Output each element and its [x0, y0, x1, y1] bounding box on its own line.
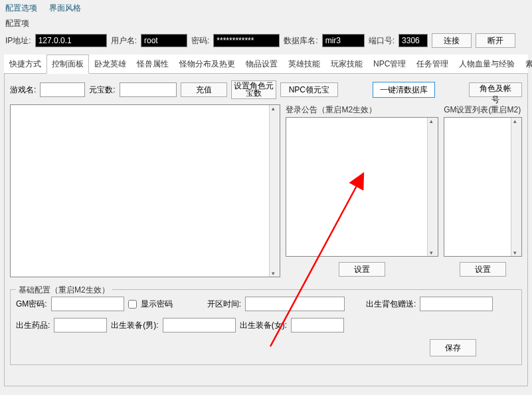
- user-label: 用户名:: [111, 35, 137, 47]
- basic-config-fieldset: 基础配置（重启M2生效） GM密码: 显示密码 开区时间: 出生背包赠送: 出生…: [10, 289, 522, 365]
- tab-9[interactable]: 任务管理: [411, 55, 454, 73]
- pass-input[interactable]: [213, 34, 280, 47]
- ip-label: IP地址:: [5, 35, 31, 47]
- tab-3[interactable]: 怪兽属性: [132, 55, 174, 73]
- game-name-input[interactable]: [40, 82, 85, 97]
- birth-equip-m-input[interactable]: [163, 318, 236, 332]
- tab-11[interactable]: 素材热更: [520, 55, 532, 73]
- ip-input[interactable]: [35, 34, 107, 47]
- scrollbar[interactable]: [427, 118, 438, 256]
- tab-1[interactable]: 控制面板: [46, 55, 89, 74]
- user-input[interactable]: [141, 34, 187, 47]
- gm-list-textarea[interactable]: [444, 117, 522, 257]
- scrollbar[interactable]: [269, 105, 280, 277]
- db-input[interactable]: [322, 34, 365, 47]
- pass-label: 密码:: [191, 35, 209, 47]
- npc-get-gold-button[interactable]: NPC领元宝: [280, 82, 338, 97]
- open-time-label: 开区时间:: [207, 299, 241, 310]
- gm-pass-input[interactable]: [51, 297, 124, 311]
- gold-input[interactable]: [120, 82, 177, 97]
- control-panel: 游戏名: 元宝数: 充值 设置角色元 宝数 NPC领元宝 一键清数据库 角色及帐…: [4, 74, 528, 386]
- connect-button[interactable]: 连接: [432, 33, 472, 48]
- menubar: 配置选项 界面风格: [0, 0, 532, 17]
- birth-bag-input[interactable]: [420, 297, 493, 311]
- game-name-label: 游戏名:: [10, 84, 36, 96]
- birth-drug-input[interactable]: [54, 318, 107, 332]
- scrollbar[interactable]: [511, 118, 521, 256]
- port-label: 端口号:: [369, 35, 395, 47]
- tab-bar: 快捷方式控制面板卧龙英雄怪兽属性怪物分布及热更物品设置英雄技能玩家技能NPC管理…: [4, 55, 528, 74]
- tab-6[interactable]: 英雄技能: [283, 55, 325, 73]
- login-notice-title: 登录公告（重启M2生效）: [286, 104, 438, 116]
- gm-list-set-button[interactable]: 设置: [460, 262, 506, 277]
- config-item-label: 配置项: [0, 17, 532, 31]
- port-input[interactable]: [399, 34, 428, 47]
- basic-config-legend: 基础配置（重启M2生效）: [16, 285, 112, 296]
- gm-list-title: GM设置列表(重启M2): [444, 104, 522, 116]
- show-pass-label: 显示密码: [141, 299, 173, 310]
- tab-0[interactable]: 快捷方式: [4, 55, 46, 73]
- birth-bag-label: 出生背包赠送:: [366, 299, 416, 310]
- save-button[interactable]: 保存: [430, 339, 476, 356]
- clear-db-button[interactable]: 一键清数据库: [373, 82, 435, 98]
- login-notice-set-button[interactable]: 设置: [339, 262, 385, 277]
- menu-config-options[interactable]: 配置选项: [5, 3, 37, 14]
- tab-10[interactable]: 人物血量与经验: [454, 55, 520, 73]
- role-account-button[interactable]: 角色及帐号: [469, 82, 522, 97]
- gold-label: 元宝数:: [89, 84, 115, 96]
- recharge-button[interactable]: 充值: [181, 82, 227, 97]
- birth-equip-m-label: 出生装备(男):: [111, 320, 158, 331]
- menu-ui-style[interactable]: 界面风格: [49, 3, 81, 14]
- main-textarea[interactable]: [10, 104, 280, 277]
- show-pass-checkbox[interactable]: [128, 300, 137, 309]
- set-role-gold-line2: 宝数: [232, 90, 276, 97]
- birth-drug-label: 出生药品:: [16, 320, 50, 331]
- tab-7[interactable]: 玩家技能: [325, 55, 368, 73]
- connection-row: IP地址: 用户名: 密码: 数据库名: 端口号: 连接 断开: [0, 31, 532, 55]
- tab-8[interactable]: NPC管理: [368, 55, 411, 73]
- set-role-gold-button[interactable]: 设置角色元 宝数: [231, 80, 276, 99]
- disconnect-button[interactable]: 断开: [476, 33, 515, 48]
- open-time-input[interactable]: [245, 297, 345, 311]
- db-label: 数据库名:: [284, 35, 317, 47]
- tab-4[interactable]: 怪物分布及热更: [174, 55, 240, 73]
- tab-2[interactable]: 卧龙英雄: [89, 55, 132, 73]
- login-notice-textarea[interactable]: [286, 117, 438, 257]
- birth-equip-f-label: 出生装备(女):: [240, 320, 287, 331]
- birth-equip-f-input[interactable]: [291, 318, 344, 332]
- tab-5[interactable]: 物品设置: [240, 55, 283, 73]
- control-row-1: 游戏名: 元宝数: 充值 设置角色元 宝数 NPC领元宝 一键清数据库 角色及帐…: [10, 80, 522, 99]
- gm-pass-label: GM密码:: [16, 299, 47, 310]
